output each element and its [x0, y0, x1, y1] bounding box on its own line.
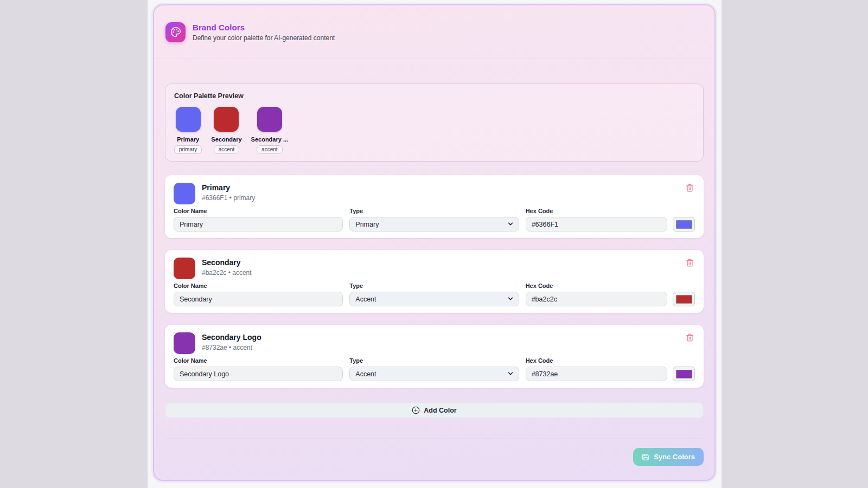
- hex-code-label: Hex Code: [526, 282, 695, 289]
- preview-swatch-column: Secondary accent: [211, 107, 241, 154]
- add-color-label: Add Color: [424, 407, 456, 414]
- preview-swatch-column: Secondary ... accent: [251, 107, 288, 154]
- color-card-fields: Color Name Type Primary: [174, 208, 695, 232]
- color-name-field-group: Color Name: [174, 282, 343, 306]
- color-name-field-group: Color Name: [174, 208, 343, 232]
- color-card: Secondary #ba2c2c • accent: [165, 250, 704, 313]
- type-field-group: Type Accent: [349, 282, 519, 306]
- footer-row: Sync Colors: [165, 448, 704, 466]
- type-field-group: Type Primary: [349, 208, 519, 232]
- color-card-name: Secondary Logo: [202, 332, 261, 342]
- hex-code-input[interactable]: [526, 292, 667, 306]
- preview-swatch-label: Primary: [177, 136, 199, 143]
- preview-swatch-row: Primary primary Secondary accent Seconda: [174, 107, 694, 154]
- type-field-group: Type Accent: [349, 357, 519, 381]
- color-name-label: Color Name: [174, 208, 343, 214]
- preview-swatch-type-badge: accent: [214, 145, 239, 154]
- panel-header: Brand Colors Define your color palette f…: [154, 5, 714, 59]
- color-card-name: Secondary: [202, 258, 252, 267]
- preview-color-swatch: [257, 107, 282, 132]
- page-subtitle: Define your color palette for AI-generat…: [193, 34, 335, 42]
- panel-body: Color Palette Preview Primary primary Se…: [154, 59, 714, 466]
- preview-color-swatch: [214, 107, 239, 132]
- color-card-header: Secondary Logo #8732ae • accent: [174, 332, 695, 354]
- trash-icon: [686, 259, 694, 267]
- color-palette-preview: Color Palette Preview Primary primary Se…: [165, 84, 704, 162]
- color-card-header: Primary #6366F1 • primary: [174, 183, 695, 204]
- header-text: Brand Colors Define your color palette f…: [193, 23, 335, 42]
- hex-field-group: Hex Code: [526, 282, 695, 306]
- delete-color-button[interactable]: [685, 258, 695, 268]
- color-name-input[interactable]: [174, 292, 343, 306]
- sync-colors-button[interactable]: Sync Colors: [633, 448, 704, 466]
- type-select[interactable]: Primary: [349, 217, 519, 232]
- delete-color-button[interactable]: [685, 332, 695, 343]
- preview-swatch-label: Secondary: [211, 136, 241, 143]
- sync-colors-label: Sync Colors: [654, 453, 695, 461]
- color-name-input[interactable]: [174, 217, 343, 232]
- preview-title: Color Palette Preview: [174, 92, 694, 100]
- color-card: Primary #6366F1 • primary: [165, 175, 704, 238]
- color-picker-button[interactable]: [673, 292, 695, 306]
- preview-swatch-label: Secondary ...: [251, 136, 288, 143]
- brand-colors-panel: Brand Colors Define your color palette f…: [153, 4, 716, 481]
- color-card-swatch: [174, 183, 195, 204]
- color-name-label: Color Name: [174, 282, 343, 289]
- delete-color-button[interactable]: [685, 183, 695, 193]
- content-column: Brand Colors Define your color palette f…: [148, 0, 722, 488]
- preview-swatch-type-badge: accent: [257, 145, 282, 154]
- hex-row: [526, 217, 695, 232]
- type-label: Type: [349, 357, 519, 364]
- hex-row: [526, 292, 695, 306]
- type-select[interactable]: Accent: [349, 292, 519, 306]
- type-label: Type: [349, 282, 519, 289]
- color-picker-button[interactable]: [673, 367, 695, 381]
- save-icon: [642, 453, 649, 461]
- type-select-wrap: Accent: [349, 292, 519, 306]
- color-picker-swatch: [676, 370, 692, 378]
- color-name-label: Color Name: [174, 357, 343, 364]
- hex-field-group: Hex Code: [526, 208, 695, 232]
- color-picker-button[interactable]: [673, 217, 695, 232]
- color-name-input[interactable]: [174, 367, 343, 381]
- trash-icon: [686, 184, 694, 192]
- color-card-swatch: [174, 332, 195, 354]
- hex-field-group: Hex Code: [526, 357, 695, 381]
- preview-swatch-type-badge: primary: [174, 145, 202, 154]
- type-select-wrap: Primary: [349, 217, 519, 232]
- type-select[interactable]: Accent: [349, 367, 519, 381]
- color-card-swatch: [174, 258, 195, 279]
- type-label: Type: [349, 208, 519, 214]
- type-select-wrap: Accent: [349, 367, 519, 381]
- color-card-titles: Secondary #ba2c2c • accent: [202, 258, 252, 277]
- add-color-button[interactable]: Add Color: [165, 402, 704, 418]
- hex-row: [526, 367, 695, 381]
- color-card-meta: #6366F1 • primary: [202, 194, 255, 202]
- color-card-fields: Color Name Type Accent: [174, 282, 695, 306]
- color-picker-swatch: [676, 220, 692, 229]
- color-card-meta: #ba2c2c • accent: [202, 269, 252, 277]
- color-card-fields: Color Name Type Accent: [174, 357, 695, 381]
- color-picker-swatch: [676, 295, 692, 304]
- hex-code-input[interactable]: [526, 217, 667, 232]
- color-card-meta: #8732ae • accent: [202, 344, 261, 351]
- color-card-titles: Secondary Logo #8732ae • accent: [202, 332, 261, 351]
- hex-code-label: Hex Code: [526, 357, 695, 364]
- color-cards-list: Primary #6366F1 • primary: [165, 175, 704, 388]
- footer-divider: [165, 439, 704, 439]
- hex-code-input[interactable]: [526, 367, 667, 381]
- circle-plus-icon: [412, 406, 420, 414]
- page-title: Brand Colors: [193, 23, 335, 32]
- color-name-field-group: Color Name: [174, 357, 343, 381]
- preview-swatch-column: Primary primary: [174, 107, 202, 154]
- hex-code-label: Hex Code: [526, 208, 695, 214]
- preview-color-swatch: [176, 107, 201, 132]
- color-card-name: Primary: [202, 183, 255, 192]
- color-card: Secondary Logo #8732ae • accent: [165, 325, 704, 388]
- palette-icon: [165, 22, 186, 42]
- color-card-titles: Primary #6366F1 • primary: [202, 183, 255, 202]
- trash-icon: [686, 333, 694, 342]
- color-card-header: Secondary #ba2c2c • accent: [174, 258, 695, 279]
